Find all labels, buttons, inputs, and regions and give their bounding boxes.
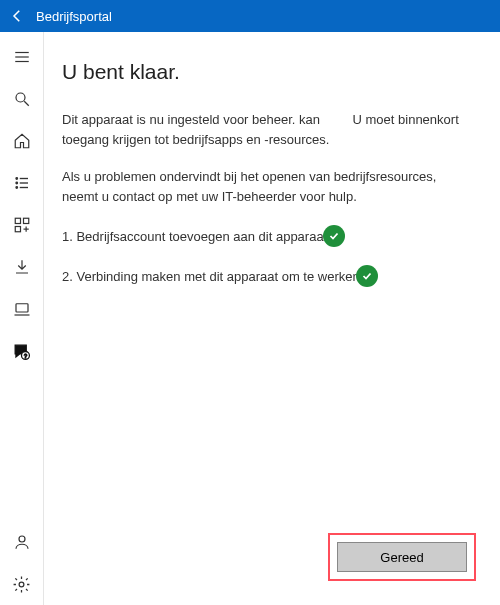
svg-point-9 — [16, 187, 18, 189]
settings-icon[interactable] — [0, 563, 44, 605]
download-icon[interactable] — [0, 246, 44, 288]
svg-point-7 — [16, 182, 18, 184]
checkmark-icon — [323, 225, 345, 247]
apps-icon[interactable] — [0, 204, 44, 246]
svg-rect-13 — [15, 227, 20, 232]
svg-point-5 — [16, 178, 18, 180]
svg-point-3 — [16, 93, 25, 102]
support-icon[interactable]: ? — [0, 330, 44, 372]
step-1-label: 1. Bedrijfsaccount toevoegen aan dit app… — [62, 229, 327, 244]
highlight-annotation: Gereed — [328, 533, 476, 581]
intro-paragraph: Dit apparaat is nu ingesteld voor beheer… — [62, 110, 476, 149]
svg-line-4 — [24, 101, 29, 106]
search-icon[interactable] — [0, 78, 44, 120]
app-title: Bedrijfsportal — [36, 9, 112, 24]
device-icon[interactable] — [0, 288, 44, 330]
home-icon[interactable] — [0, 120, 44, 162]
page-heading: U bent klaar. — [62, 60, 476, 84]
sidebar: ? — [0, 32, 44, 605]
svg-text:?: ? — [24, 352, 27, 358]
step-2: 2. Verbinding maken met dit apparaat om … — [62, 265, 476, 287]
checkmark-icon — [356, 265, 378, 287]
profile-icon[interactable] — [0, 521, 44, 563]
step-1: 1. Bedrijfsaccount toevoegen aan dit app… — [62, 225, 476, 247]
svg-point-21 — [19, 582, 24, 587]
title-bar: Bedrijfsportal — [0, 0, 500, 32]
help-paragraph: Als u problemen ondervindt bij het opene… — [62, 167, 476, 207]
main-content: U bent klaar. Dit apparaat is nu ingeste… — [44, 32, 500, 605]
intro-text-a: Dit apparaat is nu ingesteld voor beheer… — [62, 112, 320, 127]
menu-icon[interactable] — [0, 36, 44, 78]
back-icon[interactable] — [8, 7, 26, 25]
done-button[interactable]: Gereed — [337, 542, 467, 572]
svg-rect-16 — [16, 304, 28, 312]
step-2-label: 2. Verbinding maken met dit apparaat om … — [62, 269, 360, 284]
list-icon[interactable] — [0, 162, 44, 204]
svg-point-20 — [19, 536, 25, 542]
svg-rect-12 — [23, 218, 28, 223]
svg-rect-11 — [15, 218, 20, 223]
